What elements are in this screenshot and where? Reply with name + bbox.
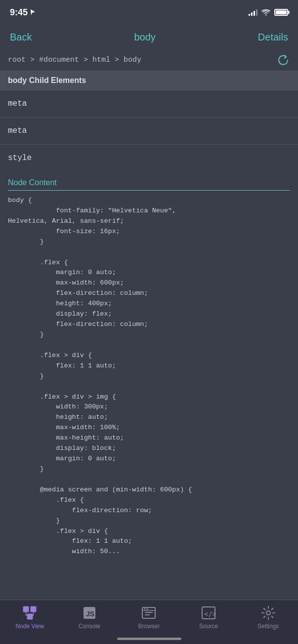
- svg-text:JS: JS: [86, 610, 94, 618]
- list-item[interactable]: meta: [0, 90, 298, 118]
- status-bar: 9:45: [0, 0, 298, 25]
- tab-browser-label: Browser: [138, 623, 160, 630]
- tab-node-view[interactable]: Node View: [0, 605, 60, 630]
- location-arrow-icon: [30, 9, 36, 16]
- svg-text:</>: </>: [204, 610, 216, 618]
- style-node-content: Node Content body { font-family: "Helvet…: [0, 171, 298, 564]
- home-indicator: [117, 638, 181, 640]
- node-content-label: Node Content: [8, 178, 290, 191]
- tab-source-label: Source: [199, 623, 218, 630]
- svg-rect-1: [31, 606, 36, 612]
- nav-title: body: [134, 32, 155, 43]
- tab-node-view-label: Node View: [15, 623, 44, 630]
- status-icons: [249, 9, 288, 16]
- svg-rect-14: [145, 614, 150, 615]
- element-label: meta: [8, 99, 27, 108]
- breadcrumb-path: root > #document > html > body: [8, 56, 141, 64]
- svg-rect-2: [27, 614, 33, 619]
- svg-point-17: [266, 611, 270, 615]
- tab-source[interactable]: </> Source: [179, 605, 239, 630]
- section-header: body Child Elements: [0, 71, 298, 90]
- svg-point-12: [147, 608, 148, 610]
- browser-icon: [141, 605, 157, 621]
- breadcrumb: root > #document > html > body: [0, 49, 298, 71]
- wifi-icon: [261, 9, 270, 16]
- node-view-icon: [22, 605, 38, 621]
- signal-bars-icon: [249, 9, 257, 16]
- tab-console-label: Console: [79, 623, 100, 630]
- battery-icon: [274, 9, 288, 16]
- tab-settings-label: Settings: [257, 623, 279, 630]
- settings-icon: [260, 605, 276, 621]
- code-content: body { font-family: "Helvetica Neue", He…: [8, 196, 290, 557]
- nav-header: Back body Details: [0, 25, 298, 49]
- element-label: style: [8, 154, 32, 162]
- details-button[interactable]: Details: [258, 32, 288, 43]
- svg-rect-13: [145, 612, 153, 613]
- svg-point-11: [144, 608, 146, 610]
- list-item[interactable]: meta: [0, 118, 298, 145]
- status-time: 9:45: [10, 7, 36, 18]
- refresh-icon: [278, 55, 289, 66]
- svg-rect-0: [23, 606, 29, 612]
- tab-console[interactable]: JS Console: [60, 605, 120, 630]
- refresh-button[interactable]: [276, 53, 290, 67]
- main-content: body Child Elements meta meta style Node…: [0, 71, 298, 600]
- console-icon: JS: [82, 605, 97, 621]
- source-icon: </>: [201, 605, 216, 621]
- list-item[interactable]: style: [0, 145, 298, 171]
- tab-browser[interactable]: Browser: [119, 605, 179, 630]
- back-button[interactable]: Back: [10, 32, 32, 43]
- element-label: meta: [8, 126, 27, 135]
- tab-settings[interactable]: Settings: [238, 605, 298, 630]
